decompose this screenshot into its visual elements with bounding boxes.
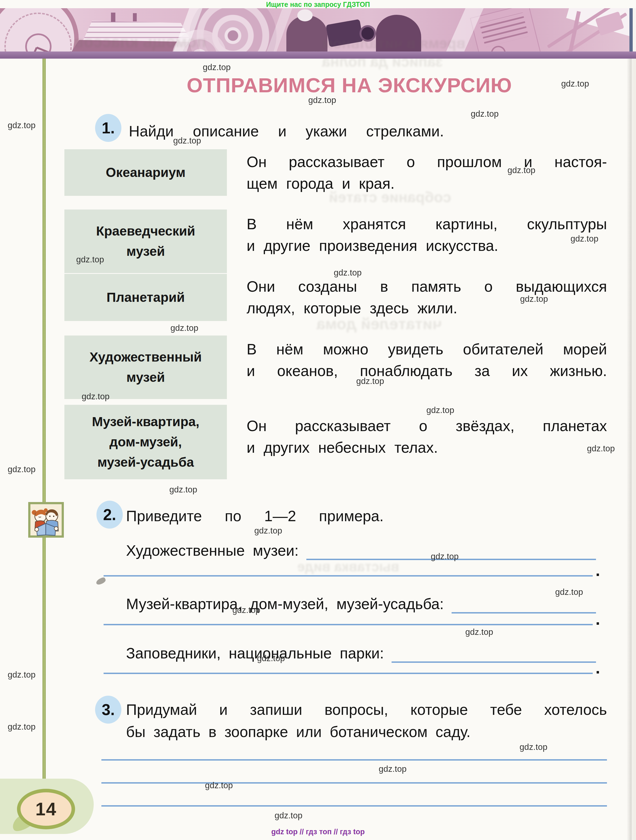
term-description-3[interactable]: Они созданы в память о выдающихся людях,… [247,276,607,319]
description-line: людях, которые здесь жили. [247,297,607,319]
ghost-text: помощь классов [74,32,206,51]
description-line: щем города и края. [247,173,607,194]
term-label: Краеведческий [96,221,195,241]
description-line: В нём хранятся картины, скульптуры [247,213,607,235]
term-box-oceanarium[interactable]: Океанариум [64,149,227,196]
answer-blank-line[interactable] [104,608,593,625]
answer-row-art-museums: Художественные музеи: [126,541,596,560]
helmet-photo [297,9,313,21]
description-line: Они созданы в память о выдающихся [247,276,607,297]
watermark-text: gdz.top [571,234,598,244]
watermark-text: gdz.top [169,485,197,495]
watermark-text: gdz.top [356,376,384,386]
watermark-text: gdz.top [8,464,36,474]
term-label: музей-усадьба [97,452,194,472]
workbook-page: Ищите нас по запросу ГДЗТОП [0,0,636,840]
answer-blank-line[interactable] [101,805,607,807]
watermark-text: gdz.top [173,136,201,146]
answer-continuation-row: . [104,559,600,576]
answer-continuation-row: . [104,608,600,625]
watermark-text: gdz.top [257,654,285,663]
watermark-text: gdz.top [82,392,109,401]
line-end-period: . [595,663,600,673]
watermark-text: gdz.top [334,268,362,278]
term-label: Художественный [90,347,202,367]
ship-funnel [133,13,137,21]
term-box-planetarium[interactable]: Планетарий [64,274,227,321]
watermark-text: gdz.top [171,323,198,333]
watermark-text: gdz.top [76,255,104,265]
description-line: Он рассказывает о звёздах, планетах [247,415,607,437]
page-number: 14 [35,799,57,819]
scan-edge-white [633,8,636,52]
term-description-1[interactable]: Он рассказывает о прошлом и настоя- щем … [247,151,607,194]
watermark-text: gdz.top [233,605,260,615]
exercise1-number-badge: 1. [95,114,122,142]
exercise3-number-badge: 3. [95,696,122,723]
ghost-text: записи да полна [322,53,443,70]
description-line: и других небесных телах. [247,437,607,458]
watermark-text: gdz.top [8,722,36,732]
reading-children-icon [28,502,64,538]
term-description-5[interactable]: Он рассказывает о звёздах, планетах и др… [247,415,607,458]
answer-blank-line[interactable] [104,657,593,674]
exercise3-prompt-line2: бы задать в зоопарке или ботаническом са… [126,721,470,743]
scan-edge-line [630,8,633,52]
term-label: музей [126,367,165,388]
watermark-text: gdz.top [379,764,407,774]
promo-banner: Ищите нас по запросу ГДЗТОП [0,0,636,8]
watermark-text: gdz.top [520,294,548,304]
watermark-text: gdz.top [431,552,459,562]
term-label: музей [126,241,165,262]
watermark-text: gdz.top [275,811,302,821]
term-box-art-museum[interactable]: Художественный музей [64,336,227,399]
exercise2-number-badge: 2. [97,501,123,529]
answer-blank-line[interactable] [104,559,593,576]
watermark-text: gdz.top [308,95,336,105]
watermark-text: gdz.top [561,79,589,89]
answer-blank-line[interactable] [101,759,607,761]
watermark-text: gdz.top [555,587,583,597]
term-description-2[interactable]: В нём хранятся картины, скульптуры и дру… [247,213,607,257]
term-box-memorial-museum[interactable]: Музей-квартира, дом-музей, музей-усадьба [64,405,227,479]
watermark-text: gdz.top [471,109,499,119]
exercise2-prompt: Приведите по 1—2 примера. [126,505,384,527]
watermark-text: gdz.top [519,742,547,752]
answer-continuation-row: . [104,657,600,674]
ship-funnel [111,13,115,22]
description-line: и океанов, понаблюдать за их жизнью. [247,360,607,382]
page-number-badge: 14 [17,789,75,829]
answer-label: Художественные музеи: [126,541,299,560]
line-end-period: . [595,614,600,625]
watermark-text: gdz.top [203,62,231,72]
answer-blank-line[interactable] [101,782,607,783]
term-label: дом-музей, [109,432,182,452]
description-line: и другие произведения искусства. [247,235,607,257]
watermark-text: gdz.top [465,627,493,637]
watermark-text: gdz.top [426,405,454,415]
watermark-text: gdz.top [587,444,615,453]
page-title: ОТПРАВИМСЯ НА ЭКСКУРСИЮ [126,73,573,97]
exercise3-prompt-line1: Придумай и запиши вопросы, которые тебе … [126,699,607,721]
watermark-text: gdz.top [205,780,233,790]
term-label: Музей-квартира, [92,412,199,432]
ghost-text: время в читальном [322,35,465,52]
watermark-text: gdz.top [254,526,282,536]
watermark-text: gdz.top [8,120,36,130]
margin-rule [43,58,46,790]
page-edge-shadow [627,58,636,840]
description-line: В нём можно увидеть обитателей морей [247,338,607,360]
term-label: Океанариум [106,163,185,183]
term-label: Планетарий [107,287,185,308]
description-line: Он рассказывает о прошлом и настоя- [247,151,607,173]
watermark-text: gdz.top [508,166,535,175]
header-divider [0,52,636,58]
line-end-period: . [595,565,600,576]
term-description-4[interactable]: В нём можно увидеть обитателей морей и о… [247,338,607,382]
watermark-text: gdz.top [8,670,36,680]
ink-smudge [95,577,106,586]
footer-watermark: gdz top // гдз топ // гдз top [0,828,636,836]
